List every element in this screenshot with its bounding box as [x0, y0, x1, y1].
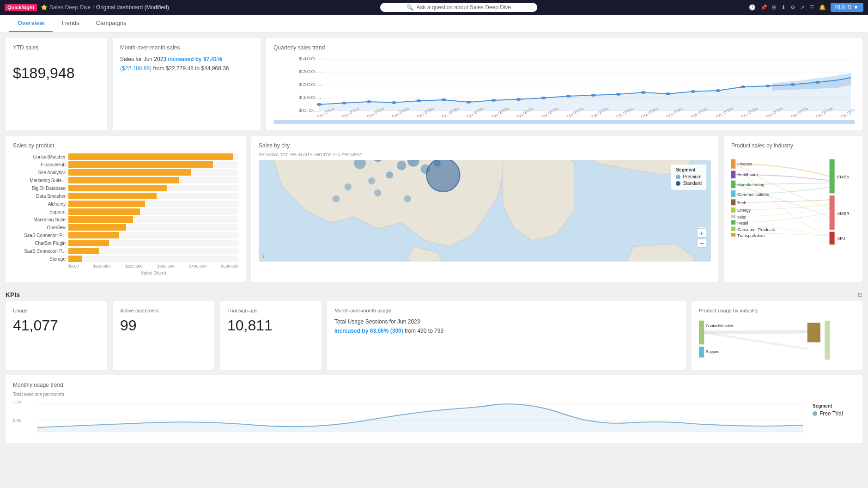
kpi-header: KPIs ⊟	[6, 287, 862, 301]
mom-highlight: increased by 97.41%	[168, 56, 222, 62]
mom-sales-card: Month-over-month sales Sales for Jun 202…	[113, 38, 261, 130]
bar-container-4	[68, 185, 238, 191]
svg-point-60	[386, 171, 393, 178]
city-title: Sales by city	[259, 142, 711, 149]
bar-row-12: SaaS Connector P...	[13, 248, 238, 254]
clock-icon: 🕐	[749, 4, 756, 11]
build-label: BUILD	[835, 4, 851, 11]
bar-container-0	[68, 153, 238, 160]
svg-text:Energy: Energy	[737, 208, 751, 213]
bar-fill-3	[68, 177, 179, 183]
svg-rect-81	[731, 199, 735, 205]
monthly-title: Monthly usage trend	[13, 382, 855, 388]
svg-point-24	[666, 92, 671, 95]
build-button[interactable]: BUILD ▼	[831, 3, 863, 12]
svg-point-29	[790, 83, 795, 86]
svg-text:Retail: Retail	[737, 221, 748, 226]
product-bar-chart: ContactMatcher FinanceHub Site Analytics…	[13, 153, 238, 275]
bar-container-3	[68, 177, 238, 183]
monthly-row: Monthly usage trend Total sessions per m…	[6, 375, 862, 443]
svg-text:$200...: $200...	[298, 82, 321, 87]
svg-text:$300...: $300...	[298, 69, 321, 74]
sales-by-product-card: Sales by product ContactMatcher FinanceH…	[6, 136, 246, 282]
product-usage-svg: ContactMatcher Support	[699, 317, 855, 363]
svg-point-13	[391, 101, 396, 104]
svg-point-19	[541, 97, 546, 99]
trial-signups-value: 10,811	[227, 317, 314, 334]
bar-label-7: Support	[13, 209, 68, 214]
svg-rect-89	[731, 226, 735, 231]
trial-signups-label: Trial sign-ups	[227, 308, 314, 313]
kpi-expand-icon[interactable]: ⊟	[858, 292, 862, 298]
trial-signups-card: Trial sign-ups 10,811	[220, 301, 322, 370]
standard-label: Standard	[683, 181, 702, 186]
svg-rect-97	[830, 232, 835, 245]
mom-usage-label: Month-over-month usage	[334, 308, 679, 313]
tab-trends[interactable]: Trends	[53, 15, 88, 32]
svg-point-22	[616, 93, 621, 96]
x-tick-0: $0.00	[68, 264, 79, 268]
bar-label-12: SaaS Connector P...	[13, 249, 68, 254]
top-bar-right: 🕐 📌 ⊞ ⬇ ⚙ ↗ ☰ 🔔 BUILD ▼	[749, 3, 863, 12]
product-usage-industry-card: Product usage by industry ContactMatcher…	[692, 301, 862, 370]
bar-row-4: Big OI Database	[13, 185, 238, 191]
kpi-row: Usage 41,077 Active customers 99 Trial s…	[6, 301, 862, 370]
svg-point-65	[333, 195, 340, 202]
bar-container-13	[68, 256, 238, 262]
svg-text:Tech: Tech	[737, 201, 747, 205]
bar-fill-12	[68, 248, 99, 254]
tab-overview[interactable]: Overview	[9, 15, 53, 32]
svg-rect-83	[731, 207, 735, 213]
mom-prefix: Sales for Jun 2023	[120, 56, 166, 62]
zoom-in-button[interactable]: +	[697, 228, 706, 238]
svg-rect-77	[731, 181, 735, 189]
mom-text: Sales for Jun 2023 increased by 97.41% (…	[120, 55, 253, 73]
search-bar[interactable]: 🔍 Ask a question about Sales Deep Dive	[380, 3, 537, 12]
svg-rect-79	[731, 190, 735, 197]
bar-container-2	[68, 169, 238, 176]
svg-point-30	[815, 81, 820, 84]
bell-icon: 🔔	[819, 4, 826, 11]
quarterly-trend-card: Quarterly sales trend $400... $300... $2…	[266, 38, 862, 130]
premium-dot	[676, 175, 680, 179]
bar-row-7: Support	[13, 208, 238, 215]
bar-container-8	[68, 216, 238, 223]
mom-usage-highlight: increased by 63.06% (309)	[334, 328, 403, 334]
svg-point-14	[416, 99, 421, 102]
ytd-sales-card: YTD sales $189,948	[6, 38, 107, 130]
mid-row: Sales by product ContactMatcher FinanceH…	[6, 136, 862, 282]
zoom-out-button[interactable]: −	[697, 238, 706, 248]
top-bar: QuickSight ⭐ Sales Deep Dive / Original …	[0, 0, 868, 15]
bar-container-6	[68, 201, 238, 207]
map-legend: Segment Premium Standard	[671, 165, 706, 190]
svg-point-16	[466, 101, 471, 104]
chart-range-slider[interactable]	[273, 120, 855, 124]
mom-usage-suffix: from 490 to 799	[405, 328, 443, 334]
svg-rect-73	[731, 159, 735, 168]
breadcrumb-item-1[interactable]: Sales Deep Dive	[49, 4, 91, 11]
bar-container-11	[68, 240, 238, 246]
bar-fill-13	[68, 256, 82, 262]
bar-label-4: Big OI Database	[13, 186, 68, 191]
bar-label-8: Marketing Suite	[13, 217, 68, 222]
trend-chart: $400... $300... $200... $100... $0.0...	[273, 55, 855, 124]
svg-point-61	[368, 177, 375, 184]
grid-icon: ⊞	[772, 4, 777, 11]
monthly-subtitle: Total sessions per month	[13, 392, 855, 397]
bar-row-0: ContactMatcher	[13, 153, 238, 160]
bar-fill-11	[68, 240, 109, 246]
map-controls: + −	[697, 228, 706, 248]
monthly-chart-area	[37, 400, 803, 437]
svg-rect-85	[731, 215, 735, 218]
usage-value: 41,077	[13, 317, 100, 334]
bar-container-7	[68, 208, 238, 215]
breadcrumb: ⭐ Sales Deep Dive / Original dashboard (…	[41, 4, 169, 11]
svg-text:EMEA: EMEA	[837, 175, 850, 179]
active-customers-card: Active customers 99	[113, 301, 214, 370]
monthly-chart-svg	[37, 400, 803, 437]
svg-rect-95	[830, 195, 835, 230]
tab-campaigns[interactable]: Campaigns	[88, 15, 135, 32]
mom-title: Month-over-month sales	[120, 44, 253, 51]
x-tick-3: $300,000	[157, 264, 175, 268]
breadcrumb-item-2: Original dashboard (Modified)	[96, 4, 169, 11]
